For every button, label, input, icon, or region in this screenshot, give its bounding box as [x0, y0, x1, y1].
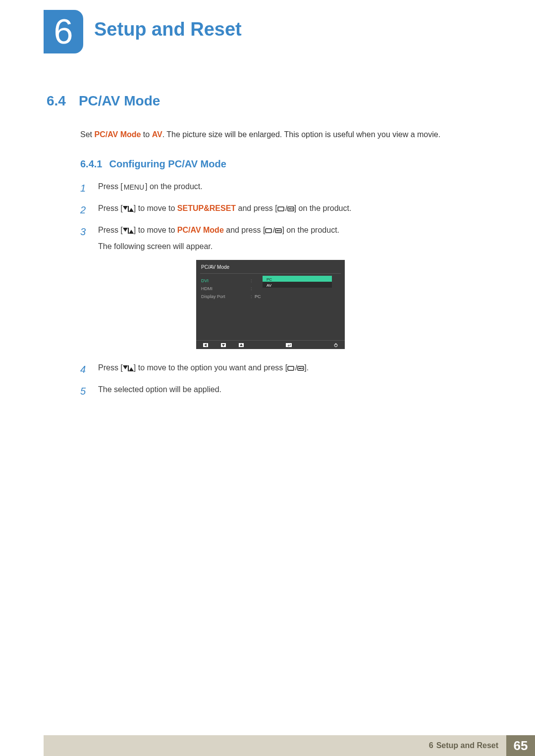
step-text: ] to move to [134, 204, 177, 212]
step-text: Press [ [98, 226, 123, 234]
up-arrow-icon [239, 343, 244, 347]
osd-footer-left [203, 343, 244, 347]
osd-colon: : [251, 293, 255, 301]
svg-point-31 [302, 368, 303, 369]
osd-option-av: AV [263, 282, 332, 288]
osd-label: DVI [201, 277, 251, 285]
step-body: Press [] to move to SETUP&RESET and pres… [98, 202, 482, 218]
section-title: PC/AV Mode [79, 93, 160, 108]
svg-marker-25 [123, 365, 128, 369]
step-text: ] on the product. [294, 204, 352, 212]
svg-text:/: / [273, 227, 275, 234]
svg-rect-7 [289, 208, 291, 209]
intro-text: . The picture size will be enlarged. Thi… [162, 130, 440, 139]
step-body: The selected option will be applied. [98, 383, 482, 399]
osd-colon: : [251, 277, 255, 285]
step-text: Press [ [98, 182, 123, 191]
step-highlight: PC/AV Mode [177, 226, 224, 234]
down-up-arrow-icon [123, 365, 134, 371]
step-text: ] to move to the option you want and pre… [134, 363, 287, 372]
svg-marker-8 [123, 228, 128, 232]
osd-option-pc: PC [263, 276, 332, 282]
osd-body: DVI : HDMI : Display Port : PC [196, 277, 345, 301]
steps-list: 1 Press [MENU] on the product. 2 Press [… [80, 180, 482, 400]
subsection-heading: 6.4.1Configuring PC/AV Mode [80, 158, 482, 170]
osd-dropdown: PC AV [263, 276, 332, 288]
intro-text: Set [80, 130, 94, 139]
step-body: Press [] to move to PC/AV Mode and press… [98, 223, 482, 356]
left-arrow-icon [203, 343, 208, 347]
svg-rect-24 [336, 343, 336, 345]
subsection-title: Configuring PC/AV Mode [109, 158, 226, 169]
step-highlight: SETUP&RESET [177, 204, 236, 212]
svg-rect-28 [288, 366, 294, 370]
step-number: 4 [80, 361, 89, 378]
footer-chapter: 6 Setup and Reset [421, 735, 506, 756]
step-text: ] on the product. [282, 226, 339, 234]
osd-screenshot: PC/AV Mode DVI : HDMI : Display Port [196, 260, 345, 349]
chapter-number: 6 [54, 14, 73, 49]
step-text: ] to move to [134, 226, 177, 234]
step-text: The following screen will appear. [98, 240, 482, 253]
chapter-tab: 6 [44, 10, 83, 53]
step-text: Press [ [98, 363, 123, 372]
svg-text:/: / [295, 364, 297, 371]
svg-rect-11 [266, 229, 271, 233]
osd-label: HDMI [201, 285, 251, 293]
step-2: 2 Press [] to move to SETUP&RESET and pr… [80, 202, 482, 218]
svg-rect-26 [128, 365, 129, 371]
enter-icon [286, 343, 292, 347]
section-number: 6.4 [47, 93, 66, 108]
source-enter-icon: / [265, 227, 282, 234]
intro-text: to [141, 130, 152, 139]
osd-colon: : [251, 285, 255, 293]
osd-label: Display Port [201, 293, 251, 301]
svg-marker-10 [129, 230, 134, 234]
svg-point-14 [279, 230, 281, 232]
step-number: 3 [80, 223, 89, 240]
svg-marker-0 [123, 206, 128, 210]
step-text: ] on the product. [145, 182, 203, 191]
step-text: The selected option will be applied. [98, 383, 482, 396]
subsection-number: 6.4.1 [80, 158, 102, 169]
osd-separator [200, 273, 341, 274]
svg-point-6 [291, 208, 293, 210]
step-body: Press [MENU] on the product. [98, 180, 482, 197]
page-footer: 6 Setup and Reset 65 [0, 735, 535, 756]
svg-marker-2 [129, 208, 134, 212]
section-intro: Set PC/AV Mode to AV. The picture size w… [80, 129, 482, 141]
chapter-title: Setup and Reset [94, 19, 242, 40]
down-up-arrow-icon [123, 228, 134, 234]
footer-chapter-title: Setup and Reset [436, 741, 498, 750]
svg-rect-9 [128, 228, 129, 234]
step-text: and press [ [224, 226, 266, 234]
power-icon [334, 343, 338, 347]
section-heading: 6.4PC/AV Mode [47, 93, 482, 109]
svg-rect-32 [299, 368, 301, 369]
step-1: 1 Press [MENU] on the product. [80, 180, 482, 197]
step-number: 5 [80, 383, 89, 400]
osd-footer [196, 340, 345, 349]
step-text: Press [ [98, 204, 123, 212]
footer-page-number: 65 [506, 735, 535, 756]
osd-value: PC [255, 293, 261, 301]
step-number: 2 [80, 202, 89, 218]
footer-spacer [0, 735, 421, 756]
svg-rect-3 [278, 207, 284, 211]
footer-chapter-number: 6 [429, 741, 433, 750]
step-text: ]. [304, 363, 309, 372]
intro-highlight: PC/AV Mode [94, 130, 141, 139]
menu-button-label: MENU [123, 182, 145, 194]
svg-rect-15 [276, 230, 279, 231]
osd-title: PC/AV Mode [196, 260, 345, 273]
source-enter-icon: / [287, 364, 304, 371]
step-number: 1 [80, 180, 89, 197]
step-body: Press [] to move to the option you want … [98, 361, 482, 377]
intro-highlight: AV [152, 130, 162, 139]
down-arrow-icon [221, 343, 226, 347]
step-text: and press [ [236, 204, 277, 212]
step-3: 3 Press [] to move to PC/AV Mode and pre… [80, 223, 482, 356]
step-4: 4 Press [] to move to the option you wan… [80, 361, 482, 378]
svg-rect-1 [128, 206, 129, 212]
osd-row-display-port: Display Port : PC [201, 293, 340, 301]
